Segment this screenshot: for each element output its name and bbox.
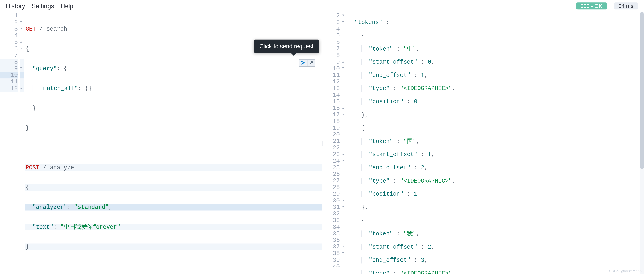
fold-marker[interactable] (342, 131, 346, 138)
line-number: 36 (322, 237, 340, 244)
punct: : (418, 151, 428, 158)
fold-marker[interactable] (342, 98, 346, 105)
response-scrollbar[interactable] (640, 12, 644, 274)
fold-marker[interactable] (342, 78, 346, 85)
punct: : (382, 19, 393, 26)
response-viewer[interactable]: "tokens" : [ { "token" : "中", "start_off… (346, 12, 644, 274)
json-number: 0 (428, 58, 431, 65)
menu-history[interactable]: History (6, 2, 25, 10)
json-key: "position" (369, 98, 404, 105)
fold-marker[interactable] (342, 171, 346, 178)
line-number: 6 (322, 39, 340, 46)
fold-marker[interactable] (342, 26, 346, 32)
fold-marker[interactable]: ▴ (20, 85, 24, 92)
fold-marker[interactable]: ▾ (342, 158, 346, 164)
fold-marker[interactable] (342, 184, 346, 191)
line-number: 22 (322, 144, 340, 151)
fold-marker[interactable] (342, 144, 346, 151)
punct: : (67, 204, 74, 210)
fold-marker[interactable]: ▾ (342, 19, 346, 26)
fold-marker[interactable]: ▾ (342, 12, 346, 19)
fold-marker[interactable] (342, 138, 346, 144)
fold-marker[interactable] (342, 118, 346, 124)
punct: , (452, 85, 456, 92)
fold-marker[interactable] (20, 12, 24, 19)
fold-marker[interactable]: ▴ (342, 105, 346, 112)
json-number: 2 (428, 244, 431, 250)
json-key: "type" (369, 270, 390, 274)
fold-marker[interactable] (342, 164, 346, 171)
fold-marker[interactable]: ▾ (342, 112, 346, 118)
fold-marker[interactable]: ▾ (20, 65, 24, 72)
fold-marker[interactable] (342, 191, 346, 197)
fold-marker[interactable]: ▴ (20, 39, 24, 46)
fold-marker[interactable] (342, 52, 346, 58)
request-action-buttons (298, 60, 315, 67)
fold-marker[interactable] (342, 46, 346, 52)
fold-marker[interactable] (342, 39, 346, 46)
fold-marker[interactable]: ▴ (20, 46, 24, 52)
fold-marker[interactable] (342, 257, 346, 263)
punct: , (431, 151, 435, 158)
fold-marker[interactable]: ▴ (342, 151, 346, 158)
menu-help[interactable]: Help (60, 2, 73, 10)
fold-marker[interactable] (342, 263, 346, 270)
fold-marker[interactable] (20, 58, 24, 65)
fold-marker[interactable] (342, 85, 346, 92)
fold-marker[interactable] (342, 124, 346, 131)
fold-marker[interactable]: ▴ (342, 58, 346, 65)
brace: { (362, 217, 365, 224)
scrollbar-thumb[interactable] (640, 12, 644, 170)
punct: : (410, 164, 421, 171)
fold-marker[interactable] (20, 72, 24, 78)
fold-marker[interactable]: ▾ (20, 19, 24, 26)
fold-marker[interactable] (342, 32, 346, 39)
fold-marker[interactable]: ▾ (342, 65, 346, 72)
fold-marker[interactable] (20, 52, 24, 58)
request-options-button[interactable] (307, 60, 315, 67)
line-number: 18 (322, 118, 340, 124)
status-code-badge[interactable]: 200 - OK (576, 2, 607, 10)
line-number: 7 (322, 46, 340, 52)
fold-marker[interactable] (342, 210, 346, 217)
fold-marker[interactable] (342, 178, 346, 184)
line-number: 29 (322, 191, 340, 197)
fold-marker[interactable] (20, 32, 24, 39)
punct: : (393, 230, 404, 237)
fold-marker[interactable] (342, 230, 346, 237)
fold-marker[interactable]: ▾ (342, 250, 346, 257)
http-path: /_analyze (43, 164, 74, 171)
send-request-button[interactable] (298, 60, 307, 67)
json-number: 1 (421, 72, 424, 78)
line-number: 4 (0, 32, 18, 39)
json-key: "type" (369, 85, 390, 92)
line-number: 10 (0, 72, 18, 78)
line-number: 35 (322, 230, 340, 237)
fold-marker[interactable] (342, 72, 346, 78)
fold-marker[interactable] (342, 92, 346, 98)
fold-marker[interactable] (342, 217, 346, 224)
brace: { (362, 32, 365, 39)
json-key: "position" (369, 191, 404, 197)
response-gutter: 2 3 4 5 6 7 8 9 10 11 12 13 14 15 16 17 … (322, 12, 342, 274)
line-number: 13 (322, 85, 340, 92)
json-key: "match_all" (40, 85, 78, 92)
menu-settings[interactable]: Settings (32, 2, 54, 10)
response-pane: ‖ 2 3 4 5 6 7 8 9 10 11 12 13 14 15 16 1… (322, 12, 644, 274)
fold-marker[interactable] (20, 78, 24, 85)
json-string: "国" (404, 138, 416, 144)
fold-marker[interactable]: ▴ (342, 197, 346, 204)
response-fold-column: ▾ ▾ ▴ ▾ ▴ ▾ ▴ ▾ (342, 12, 346, 274)
fold-marker[interactable]: ▾ (20, 26, 24, 32)
fold-marker[interactable]: ▾ (342, 204, 346, 210)
brace: } (32, 105, 36, 112)
punct: , (424, 257, 428, 263)
fold-marker[interactable] (342, 224, 346, 230)
fold-marker[interactable] (342, 237, 346, 244)
line-number: 39 (322, 257, 340, 263)
fold-marker[interactable]: ▴ (342, 244, 346, 250)
punct: , (416, 138, 420, 144)
punct: : { (57, 65, 67, 72)
status-time-badge[interactable]: 34 ms (614, 2, 638, 10)
request-fold-column: ▾ ▾ ▴ ▴ ▾ ▴ (20, 12, 24, 274)
